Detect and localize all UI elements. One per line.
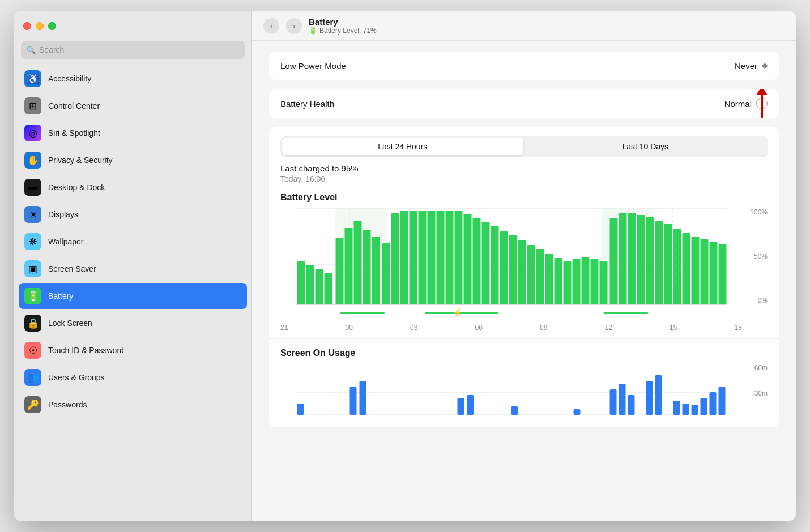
sidebar-item-accessibility[interactable]: ♿Accessibility: [19, 66, 247, 92]
privacy-security-icon: ✋: [24, 152, 41, 169]
maximize-button[interactable]: [48, 22, 56, 30]
battery-health-label: Battery Health: [280, 99, 334, 109]
svg-rect-23: [400, 211, 408, 304]
sidebar-item-siri-spotlight[interactable]: ◎Siri & Spotlight: [19, 120, 247, 146]
screen-on-usage-section: Screen On Usage: [269, 338, 779, 427]
svg-rect-35: [509, 235, 517, 304]
svg-rect-71: [467, 395, 474, 415]
svg-rect-79: [673, 401, 680, 415]
sidebar-label-privacy-security: Privacy & Security: [48, 156, 113, 165]
main-scroll[interactable]: Low Power Mode Never Battery Health N: [252, 41, 796, 521]
charge-info: Last charged to 95% Today, 16:06: [280, 164, 768, 183]
sidebar-item-screen-saver[interactable]: ▣Screen Saver: [19, 256, 247, 282]
svg-rect-16: [336, 238, 344, 304]
svg-rect-82: [701, 398, 707, 415]
sidebar-item-control-center[interactable]: ⊞Control Center: [19, 93, 247, 119]
svg-rect-29: [455, 211, 463, 304]
displays-icon: ☀: [24, 206, 41, 223]
touch-id-icon: ☉: [24, 342, 41, 359]
sidebar-item-desktop-dock[interactable]: ▬Desktop & Dock: [19, 174, 247, 200]
svg-rect-43: [582, 257, 590, 304]
search-placeholder: Search: [39, 45, 64, 54]
svg-rect-49: [637, 215, 645, 304]
svg-rect-44: [591, 259, 599, 304]
sidebar-label-accessibility: Accessibility: [48, 74, 91, 83]
svg-rect-78: [655, 375, 662, 415]
sidebar-item-wallpaper[interactable]: ❋Wallpaper: [19, 229, 247, 255]
svg-rect-27: [437, 211, 445, 304]
svg-rect-58: [719, 244, 727, 304]
svg-rect-53: [673, 229, 681, 304]
svg-rect-42: [573, 259, 581, 304]
minimize-button[interactable]: [36, 22, 44, 30]
svg-rect-76: [628, 395, 635, 415]
users-groups-icon: 👥: [24, 369, 41, 386]
sidebar-item-battery[interactable]: 🔋Battery: [19, 283, 247, 309]
x-label-03: 03: [410, 324, 417, 332]
svg-rect-48: [628, 213, 636, 304]
header-title-block: Battery 🔋 Battery Level: 71%: [309, 17, 377, 35]
battery-level-text: Battery Level: 71%: [319, 27, 377, 35]
sidebar-item-privacy-security[interactable]: ✋Privacy & Security: [19, 147, 247, 173]
svg-rect-30: [464, 214, 472, 304]
svg-rect-45: [600, 261, 608, 304]
y-label-100: 100%: [744, 208, 768, 216]
svg-rect-18: [354, 221, 362, 304]
svg-rect-51: [655, 221, 663, 304]
search-bar[interactable]: 🔍 Search: [21, 41, 245, 59]
page-title: Battery: [309, 17, 377, 27]
svg-rect-38: [536, 249, 544, 304]
svg-rect-14: [316, 269, 323, 304]
svg-rect-50: [646, 217, 654, 304]
titlebar: [14, 11, 251, 41]
desktop-dock-icon: ▬: [24, 179, 41, 196]
sidebar-label-lock-screen: Lock Screen: [48, 319, 92, 328]
sidebar-item-touch-id[interactable]: ☉Touch ID & Password: [19, 337, 247, 363]
sidebar-label-siri-spotlight: Siri & Spotlight: [48, 128, 100, 138]
battery-level-section: Battery Level: [269, 183, 779, 338]
y-label-60m: 60m: [744, 364, 768, 372]
sidebar-item-users-groups[interactable]: 👥Users & Groups: [19, 364, 247, 391]
svg-rect-40: [555, 258, 562, 304]
sidebar-label-wallpaper: Wallpaper: [48, 237, 84, 246]
svg-rect-72: [511, 406, 518, 415]
usage-y-labels: 60m 30m: [744, 364, 768, 415]
back-button[interactable]: ‹: [263, 18, 279, 34]
svg-rect-39: [545, 254, 553, 304]
x-label-18: 18: [735, 324, 742, 332]
annotation-arrow: [756, 89, 768, 118]
x-label-06: 06: [475, 324, 483, 332]
svg-rect-21: [382, 243, 390, 304]
forward-button[interactable]: ›: [286, 18, 302, 34]
low-power-mode-value: Never: [735, 61, 757, 71]
siri-spotlight-icon: ◎: [24, 125, 41, 141]
sidebar-list: ♿Accessibility⊞Control Center◎Siri & Spo…: [14, 66, 251, 521]
svg-rect-47: [619, 213, 627, 304]
svg-rect-77: [646, 381, 653, 415]
tab-24h[interactable]: Last 24 Hours: [282, 138, 523, 155]
svg-rect-20: [372, 237, 380, 304]
battery-health-value: Normal: [724, 99, 752, 109]
sidebar-item-passwords[interactable]: 🔑Passwords: [19, 392, 247, 418]
svg-rect-67: [297, 404, 304, 415]
sidebar-label-desktop-dock: Desktop & Dock: [48, 183, 105, 192]
svg-rect-26: [428, 211, 436, 304]
low-power-mode-stepper[interactable]: [762, 63, 768, 69]
sidebar-label-screen-saver: Screen Saver: [48, 264, 96, 273]
sidebar: 🔍 Search ♿Accessibility⊞Control Center◎S…: [14, 11, 252, 521]
sidebar-item-lock-screen[interactable]: 🔒Lock Screen: [19, 310, 247, 336]
svg-rect-46: [610, 218, 618, 304]
sidebar-item-displays[interactable]: ☀Displays: [19, 201, 247, 228]
svg-rect-22: [391, 213, 399, 304]
svg-rect-74: [610, 389, 617, 415]
tab-10d[interactable]: Last 10 Days: [525, 138, 766, 155]
sidebar-label-passwords: Passwords: [48, 400, 87, 409]
battery-chart-title: Battery Level: [280, 192, 768, 203]
battery-health-card: Battery Health Normal i: [269, 89, 779, 118]
y-label-50: 50%: [744, 252, 768, 260]
close-button[interactable]: [23, 22, 31, 30]
svg-rect-73: [574, 409, 581, 415]
page-subtitle: 🔋 Battery Level: 71%: [309, 27, 377, 35]
sidebar-label-displays: Displays: [48, 210, 78, 219]
svg-rect-54: [683, 233, 690, 304]
